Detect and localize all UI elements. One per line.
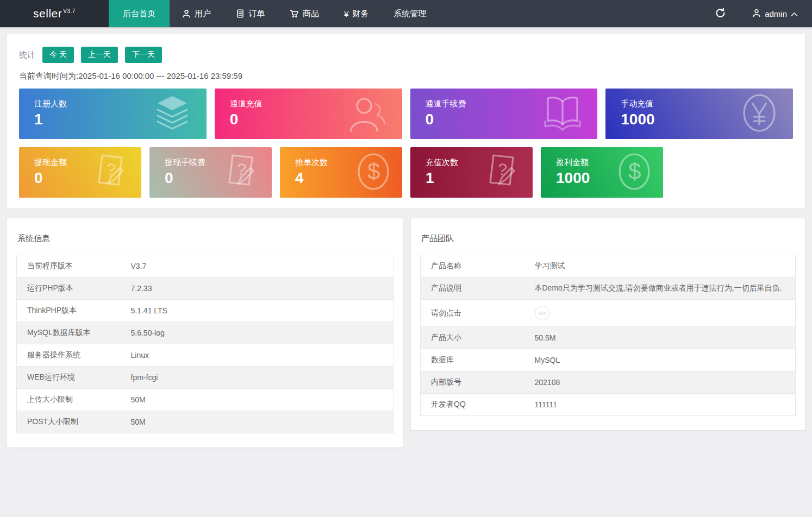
row-value: 7.2.33 bbox=[131, 278, 393, 300]
statistics-panel: 统计 今 天 上一天 下一天 当前查询时间为:2025-01-16 00:00:… bbox=[7, 34, 805, 209]
stat-card-recharge-count: 充值次数 1 ? bbox=[410, 147, 533, 198]
stat-card-channel-fee: 通道手续费 0 bbox=[410, 89, 598, 139]
row-value: 111111 bbox=[535, 394, 796, 416]
statistics-header: 统计 今 天 上一天 下一天 bbox=[19, 47, 793, 63]
row-value: 5.6.50-log bbox=[131, 322, 393, 344]
row-label: POST大小限制 bbox=[17, 411, 131, 433]
yen-icon: ¥ bbox=[344, 9, 348, 18]
main-nav: 后台首页 用户 订单 商品 ¥ 财务 系统管理 bbox=[109, 0, 703, 27]
user-avatar-icon bbox=[752, 9, 761, 19]
table-row: 产品大小50.5M bbox=[421, 327, 796, 349]
statistics-label: 统计 bbox=[19, 50, 35, 60]
brand-logo[interactable]: sellerV3.7 bbox=[0, 0, 109, 27]
nav-item-products[interactable]: 商品 bbox=[277, 0, 332, 27]
row-value: 5.1.41 LTS bbox=[131, 300, 393, 322]
user-icon bbox=[346, 92, 388, 136]
brand-name: seller bbox=[33, 7, 62, 20]
row-value: 202108 bbox=[535, 371, 796, 394]
row-label: 请勿点击 bbox=[421, 300, 535, 327]
nav-item-label: 订单 bbox=[248, 9, 265, 19]
nav-item-users[interactable]: 用户 bbox=[170, 0, 223, 27]
table-row: POST大小限制50M bbox=[17, 411, 393, 433]
row-value: MySQL bbox=[535, 349, 796, 371]
row-value: 50M bbox=[131, 411, 393, 433]
dollar-circle-icon: $ bbox=[615, 151, 653, 194]
stat-card-withdraw-amount: 提现金额 0 ? bbox=[19, 147, 141, 198]
document-icon bbox=[236, 9, 245, 18]
table-row: MySQL数据库版本5.6.50-log bbox=[17, 322, 393, 344]
doc-question-icon: ? bbox=[90, 151, 132, 194]
top-navbar: sellerV3.7 后台首页 用户 订单 商品 ¥ 财务 bbox=[0, 0, 812, 27]
doc-question-icon: ? bbox=[482, 151, 523, 194]
brand-version: V3.7 bbox=[63, 8, 76, 14]
table-row: 上传大小限制50M bbox=[17, 389, 393, 411]
previous-day-button[interactable]: 上一天 bbox=[81, 47, 118, 63]
table-row: 请勿点击 404 bbox=[421, 300, 796, 327]
stat-card-withdraw-fee: 提现手续费 0 ? bbox=[149, 147, 272, 198]
stat-card-registered-users: 注册人数 1 bbox=[19, 89, 207, 139]
layers-icon bbox=[152, 94, 192, 134]
broken-image-404-badge[interactable]: 404 bbox=[535, 306, 549, 320]
today-button[interactable]: 今 天 bbox=[42, 47, 74, 63]
stat-card-channel-recharge: 通道充值 0 bbox=[215, 89, 402, 139]
row-value: Linux bbox=[131, 344, 393, 367]
yen-circle-icon bbox=[740, 92, 779, 136]
stat-card-profit-amount: 盈利金额 1000 $ bbox=[541, 147, 663, 198]
table-row: ThinkPHP版本5.1.41 LTS bbox=[17, 300, 393, 322]
nav-item-label: 财务 bbox=[352, 9, 368, 19]
product-team-panel: 产品团队 产品名称学习测试 产品说明本Demo只为学习测试交流,请勿要做商业或者… bbox=[411, 218, 805, 430]
svg-text:$: $ bbox=[628, 159, 641, 184]
nav-item-label: 用户 bbox=[195, 9, 211, 19]
table-row: 产品名称学习测试 bbox=[421, 255, 796, 278]
table-row: 内部版号202108 bbox=[421, 371, 796, 394]
svg-text:$: $ bbox=[367, 159, 380, 184]
row-label: 内部版号 bbox=[421, 371, 535, 394]
refresh-icon bbox=[715, 8, 726, 20]
nav-item-label: 商品 bbox=[303, 9, 319, 19]
doc-question-icon: ? bbox=[221, 151, 262, 194]
table-row: 开发者QQ111111 bbox=[421, 394, 796, 416]
row-label: 产品说明 bbox=[421, 278, 535, 300]
query-time-text: 当前查询时间为:2025-01-16 00:00:00 --- 2025-01-… bbox=[19, 71, 793, 81]
row-label: 开发者QQ bbox=[421, 394, 535, 416]
user-menu[interactable]: admin bbox=[738, 0, 812, 27]
book-icon bbox=[542, 93, 583, 135]
page-content: 统计 今 天 上一天 下一天 当前查询时间为:2025-01-16 00:00:… bbox=[0, 27, 812, 447]
bottom-panels: 系统信息 当前程序版本V3.7 运行PHP版本7.2.33 ThinkPHP版本… bbox=[7, 218, 805, 447]
row-value: 学习测试 bbox=[535, 255, 796, 278]
table-row: 当前程序版本V3.7 bbox=[17, 255, 393, 278]
nav-item-dashboard[interactable]: 后台首页 bbox=[109, 0, 170, 27]
nav-item-finance[interactable]: ¥ 财务 bbox=[332, 0, 381, 27]
row-value: 本Demo只为学习测试交流,请勿要做商业或者用于违法行为,一切后果自负. bbox=[535, 278, 796, 300]
row-label: 产品大小 bbox=[421, 327, 535, 349]
navbar-right: admin bbox=[703, 0, 812, 27]
product-team-title: 产品团队 bbox=[421, 234, 796, 244]
stat-card-grab-orders: 抢单次数 4 $ bbox=[280, 147, 402, 198]
next-day-button[interactable]: 下一天 bbox=[125, 47, 162, 63]
row-label: WEB运行环境 bbox=[17, 367, 131, 389]
table-row: 产品说明本Demo只为学习测试交流,请勿要做商业或者用于违法行为,一切后果自负. bbox=[421, 278, 796, 300]
nav-item-system[interactable]: 系统管理 bbox=[381, 0, 439, 27]
row-label: 运行PHP版本 bbox=[17, 278, 131, 300]
row-label: 数据库 bbox=[421, 349, 535, 371]
table-row: 数据库MySQL bbox=[421, 349, 796, 371]
stat-cards-row-1: 注册人数 1 通道充值 0 bbox=[19, 89, 793, 139]
cart-icon bbox=[290, 9, 299, 18]
table-row: 运行PHP版本7.2.33 bbox=[17, 278, 393, 300]
stat-card-manual-recharge: 手动充值 1000 bbox=[605, 89, 793, 139]
row-value: 50M bbox=[131, 389, 393, 411]
row-label: MySQL数据库版本 bbox=[17, 322, 131, 344]
refresh-button[interactable] bbox=[703, 0, 738, 27]
table-row: WEB运行环境fpm-fcgi bbox=[17, 367, 393, 389]
stat-cards-row-2: 提现金额 0 ? 提现手续费 0 ? bbox=[19, 147, 793, 198]
table-row: 服务器操作系统Linux bbox=[17, 344, 393, 367]
row-label: 上传大小限制 bbox=[17, 389, 131, 411]
system-info-panel: 系统信息 当前程序版本V3.7 运行PHP版本7.2.33 ThinkPHP版本… bbox=[7, 218, 403, 447]
user-icon bbox=[182, 9, 191, 18]
product-team-table: 产品名称学习测试 产品说明本Demo只为学习测试交流,请勿要做商业或者用于违法行… bbox=[420, 255, 796, 416]
dollar-circle-icon: $ bbox=[354, 151, 392, 194]
user-name: admin bbox=[765, 9, 787, 18]
nav-item-orders[interactable]: 订单 bbox=[223, 0, 277, 27]
row-label: ThinkPHP版本 bbox=[17, 300, 131, 322]
row-value: 50.5M bbox=[535, 327, 796, 349]
